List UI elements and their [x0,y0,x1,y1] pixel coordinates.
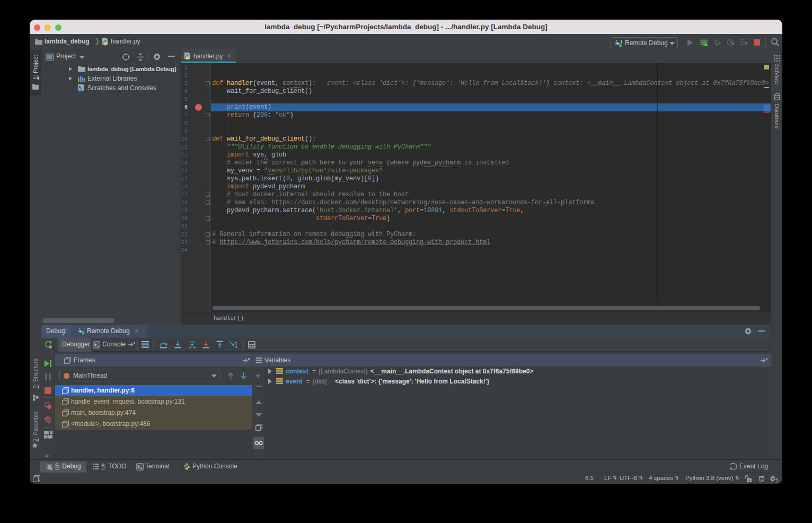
svg-text:?: ? [775,478,778,483]
